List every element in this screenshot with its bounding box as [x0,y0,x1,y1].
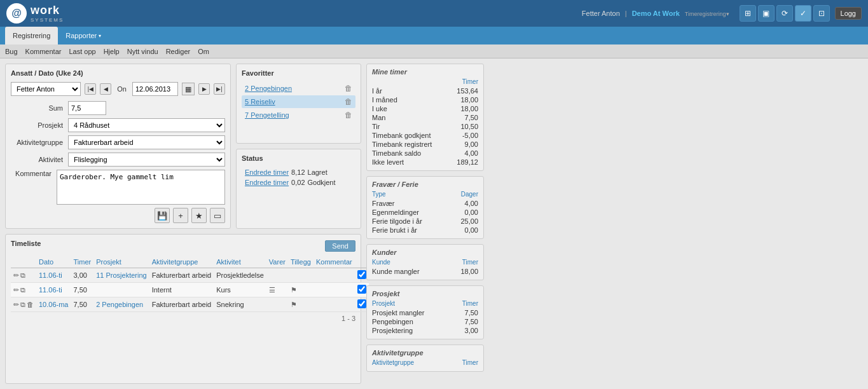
kommentar-textarea[interactable]: Garderober. Mye gammelt lim [57,170,225,205]
aktivitet-select[interactable]: Flislegging [68,153,225,167]
tillegg-icon-1[interactable]: ⚑ [291,286,297,294]
top-row: Ansatt / Dato (Uke 24) Fetter Anton |◀ ◀… [5,64,361,229]
cell-prosjekt-1 [93,283,149,297]
tillegg-icon-2[interactable]: ⚑ [291,301,297,308]
prosjekt-col-type: Prosjekt [372,300,395,307]
aktivitetgruppe-select[interactable]: Fakturerbart arbeid [68,135,225,149]
icon-refresh[interactable]: ⟳ [776,5,793,22]
tab-registrering[interactable]: Registrering [5,27,58,44]
fav-link-0[interactable]: 2 Pengebingen [245,85,292,92]
send-button[interactable]: Send [325,240,355,252]
fav-trash-1[interactable]: 🗑 [345,97,352,106]
checkbox-0[interactable] [357,270,366,279]
prosjekt-row-1: Pengebingen 7,50 [372,317,478,326]
fav-link-2[interactable]: 7 Pengetelling [245,111,289,119]
delete-icon-2[interactable]: 🗑 [27,301,34,309]
col-kommentar[interactable]: Kommentar [313,256,355,268]
mine-timer-row-4: Tir 10,50 [372,122,478,131]
menu-last-opp[interactable]: Last opp [69,48,95,55]
col-varer[interactable]: Varer [266,256,288,268]
copy-icon-0[interactable]: ⧉ [20,271,25,280]
cell-tillegg-2[interactable]: ⚑ [288,297,313,312]
header-module: Timeregistrering▾ [685,10,729,17]
timeliste-table: Dato Timer Prosjekt Aktivitetgruppe Akti… [11,256,369,312]
nav-prev-btn[interactable]: ◀ [100,83,111,95]
prosjekt-select[interactable]: 4 Rådhuset [68,118,225,132]
menu-kommentar[interactable]: Kommentar [25,48,62,55]
checkbox-1[interactable] [357,285,366,294]
icon-grid[interactable]: ⊞ [740,5,756,22]
logo-sub: SYSTEMS [31,17,64,23]
col-prosjekt[interactable]: Prosjekt [93,256,149,268]
employee-select[interactable]: Fetter Anton [11,82,81,96]
col-timer[interactable]: Timer [71,256,93,268]
status-item-0[interactable]: Endrede timer 8,12 Lagret [242,167,355,177]
add-icon-btn[interactable]: + [173,208,188,223]
menu-rediger[interactable]: Rediger [166,48,191,55]
checkbox-2[interactable] [357,299,366,308]
nav-next-btn[interactable]: ▶ [198,83,210,95]
col-dato[interactable]: Dato [36,256,71,268]
status-link-1[interactable]: Endrede timer [245,179,289,186]
menu-nytt-vindu[interactable]: Nytt vindu [127,48,158,55]
mine-timer-row-8: Ikke levert 189,12 [372,158,478,167]
fravaer-row-2: Ferie tilgode i år 25,00 [372,217,478,226]
fav-link-1[interactable]: 5 Reiseliv [245,98,275,106]
status-link-0[interactable]: Endrede timer [245,168,289,176]
prosjekt-col-label: Timer [462,300,478,307]
tab-rapporter[interactable]: Rapporter ▾ [58,27,109,44]
mine-timer-row-2: I uke 18,00 [372,104,478,113]
timeliste-title: Timeliste [11,240,41,247]
kunder-title: Kunder [372,249,478,256]
col-aktivitetgruppe[interactable]: Aktivitetgruppe [149,256,214,268]
row-actions-2: ✏ ⧉ 🗑 [11,297,36,312]
menu-hjelp[interactable]: Hjelp [104,48,120,55]
mine-timer-title: Mine timer [372,68,478,76]
cell-kommentar-2 [313,297,355,312]
copy-icon-1[interactable]: ⧉ [20,286,25,294]
fav-item-0[interactable]: 2 Pengebingen 🗑 [242,82,355,95]
prosjekt-label: Prosjekt [11,121,68,129]
icon-check[interactable]: ✓ [795,5,811,22]
edit-icon-0[interactable]: ✏ [13,271,19,280]
fravaer-row-0: Fravær 4,00 [372,199,478,208]
fav-item-1[interactable]: 5 Reiseliv 🗑 [242,95,355,108]
star-icon-btn[interactable]: ★ [191,208,207,223]
mine-timer-card: Mine timer Timer I år 153,64 I måned 18,… [366,64,484,171]
fav-status-col: Favoritter 2 Pengebingen 🗑 5 Reiseliv 🗑 … [236,64,361,229]
prosjekt-row-0: Prosjekt mangler 7,50 [372,308,478,317]
menu-om[interactable]: Om [198,48,209,55]
cell-tillegg-1[interactable]: ⚑ [288,283,313,297]
aktivitetgruppe-row: Aktivitetgruppe Fakturerbart arbeid [11,135,225,149]
icon-export[interactable]: ⊡ [813,5,830,22]
cell-varer-1[interactable]: ☰ [266,283,288,297]
date-input[interactable] [132,82,178,96]
col-aktivitet[interactable]: Aktivitet [214,256,266,268]
screen-icon-btn[interactable]: ▭ [210,208,225,223]
calendar-btn[interactable]: ▦ [182,83,195,95]
nav-first-btn[interactable]: |◀ [85,83,96,95]
status-item-1[interactable]: Endrede timer 0,02 Godkjent [242,177,355,188]
cell-aktivitetgruppe-0: Fakturerbart arbeid [149,268,214,283]
nav-bar: Registrering Rapporter ▾ [0,27,868,44]
edit-icon-1[interactable]: ✏ [13,286,19,294]
edit-icon-2[interactable]: ✏ [13,301,19,309]
aktivitetgruppe-label: Aktivitetgruppe [11,139,68,146]
fav-item-2[interactable]: 7 Pengetelling 🗑 [242,109,355,121]
col-tillegg[interactable]: Tillegg [288,256,313,268]
fav-trash-2[interactable]: 🗑 [345,111,352,119]
varer-icon-1[interactable]: ☰ [269,286,275,294]
status-badge-1: Godkjent [308,179,336,186]
icon-calendar[interactable]: ▣ [758,5,775,22]
cell-kommentar-1 [313,283,355,297]
logg-button[interactable]: Logg [835,7,862,20]
menu-bug[interactable]: Bug [5,48,18,55]
on-label: On [115,85,128,93]
aktivitetgruppe-stats-card: Aktivitetgruppe Aktivitetgruppe Timer [366,345,484,372]
nav-last-btn[interactable]: ▶| [214,83,225,95]
save-icon-btn[interactable]: 💾 [155,208,170,223]
sum-input[interactable] [68,101,106,115]
fravaer-title: Fravær / Ferie [372,181,478,188]
copy-icon-2[interactable]: ⧉ [20,301,25,309]
fav-trash-0[interactable]: 🗑 [345,84,352,93]
